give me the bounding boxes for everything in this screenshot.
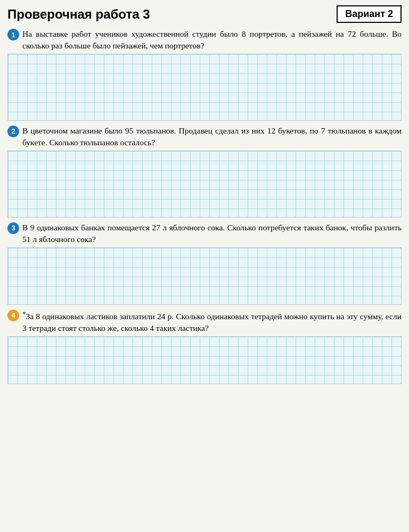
problem-1-header: 1 На выставке работ учеников художествен… — [7, 28, 402, 52]
problem-3: 3 В 9 одинаковых банках помещается 27 л … — [7, 222, 402, 305]
problem-1-number: 1 — [7, 29, 19, 40]
problem-4: 4 *За 8 одинаковых ластиков заплатили 24… — [7, 309, 402, 384]
problem-3-text: В 9 одинаковых банках помещается 27 л яб… — [22, 222, 402, 246]
problem-2: 2 В цветочном магазине было 95 тюльпанов… — [7, 125, 402, 218]
problem-4-workspace[interactable] — [7, 336, 402, 384]
problem-4-text: *За 8 одинаковых ластиков заплатили 24 р… — [22, 309, 402, 335]
problem-3-number: 3 — [7, 222, 19, 234]
problem-3-workspace[interactable] — [7, 247, 402, 305]
problem-1-text: На выставке работ учеников художественно… — [22, 28, 402, 52]
problem-2-number: 2 — [7, 126, 19, 137]
header: Проверочная работа 3 Вариант 2 — [7, 5, 402, 23]
problem-3-header: 3 В 9 одинаковых банках помещается 27 л … — [7, 222, 402, 246]
page: Проверочная работа 3 Вариант 2 1 На выст… — [0, 0, 409, 532]
problem-2-header: 2 В цветочном магазине было 95 тюльпанов… — [7, 125, 402, 149]
problem-4-header: 4 *За 8 одинаковых ластиков заплатили 24… — [7, 309, 402, 335]
problem-1: 1 На выставке работ учеников художествен… — [7, 28, 402, 121]
problem-2-text: В цветочном магазине было 95 тюльпанов. … — [22, 125, 402, 149]
problem-4-number: 4 — [7, 310, 19, 321]
problem-2-workspace[interactable] — [7, 151, 402, 218]
variant-badge: Вариант 2 — [337, 5, 402, 23]
problem-1-workspace[interactable] — [7, 54, 402, 121]
page-title: Проверочная работа 3 — [7, 7, 150, 22]
